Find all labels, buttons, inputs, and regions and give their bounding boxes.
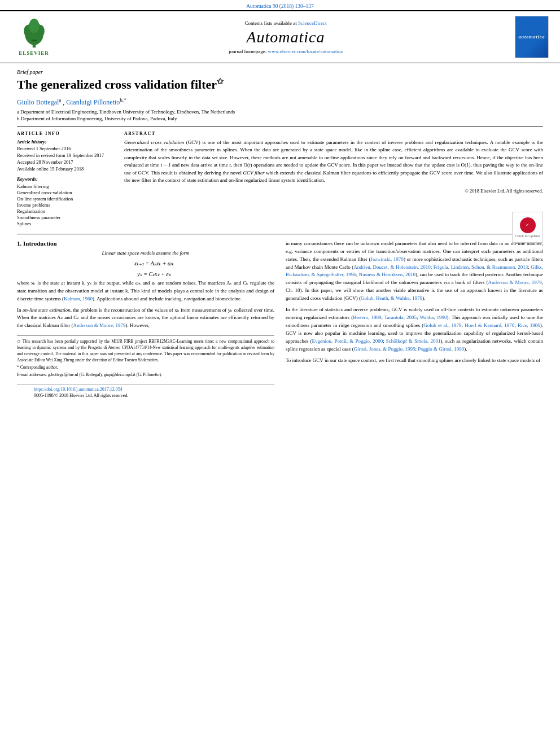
authors-line: Giulio Bottegala , Gianluigi Pillonettob… (17, 97, 543, 107)
assume-form-text: Linear state space models assume the for… (17, 250, 274, 256)
abstract-text: Generalized cross validation (GCV) is on… (124, 139, 543, 185)
received1: Received 1 September 2016 (17, 146, 113, 151)
left-column: 1. Introduction Linear state space model… (17, 240, 274, 400)
journal-reference: Automatica 90 (2018) 130–137 (0, 0, 560, 10)
journal-ref-text: Automatica 90 (2018) 130–137 (246, 3, 314, 9)
author1: Giulio Bottegal (17, 98, 59, 106)
homepage-url[interactable]: www.elsevier.com/locate/automatica (268, 49, 343, 54)
intro-para2: In on-line state estimation, the problem… (17, 307, 274, 330)
elsevier-tree-icon (19, 18, 50, 49)
keyword-6: Splines (17, 221, 113, 226)
journal-title: Automatica (56, 28, 515, 46)
received2: Received in revised form 19 September 20… (17, 152, 113, 158)
body-content: 1. Introduction Linear state space model… (17, 234, 543, 400)
keyword-5: Smoothness parameter (17, 215, 113, 220)
right-para2: In the literature of statistics and inve… (286, 306, 543, 353)
right-para1: in many circumstances there can be unkno… (286, 240, 543, 303)
keywords-label: Keywords: (17, 176, 113, 182)
doi-link[interactable]: https://doi.org/10.1016/j.automatica.201… (34, 387, 257, 392)
keyword-3: Inverse problems (17, 202, 113, 208)
check-circle-icon: ✓ (520, 217, 536, 233)
article-info-heading: ARTICLE INFO (17, 131, 113, 136)
journal-cover-image: automatica (515, 16, 549, 58)
keyword-1: Generalized cross-validation (17, 190, 113, 195)
elsevier-label: ELSEVIER (19, 50, 49, 56)
footnote-corresponding: * Corresponding author. (17, 365, 274, 371)
right-column: in many circumstances there can be unkno… (286, 240, 543, 400)
right-para3: To introduce GCV in our state space cont… (286, 357, 543, 365)
available-date: Available online 15 February 2018 (17, 166, 113, 172)
abstract-section: ABSTRACT Generalized cross validation (G… (124, 131, 543, 227)
equation-1: xₖ₊₁ = Aₖxₖ + ωₖ (34, 260, 274, 267)
footnote-star: ✩ This research has been partially suppo… (17, 339, 274, 364)
intro-para1: where xₖ is the state at instant k, yₖ i… (17, 279, 274, 303)
elsevier-logo: ELSEVIER (11, 18, 56, 56)
divider-thick (17, 126, 543, 126)
abstract-heading: ABSTRACT (124, 131, 543, 136)
main-content: Brief paper The generalized cross valida… (0, 63, 560, 400)
author2: Gianluigi Pillonetto (66, 98, 120, 106)
equation-2: yₖ = Cₖxₖ + eₖ (34, 271, 274, 277)
issn-line: 0005-1098/© 2018 Elsevier Ltd. All right… (34, 393, 257, 398)
history-label: Article history: (17, 139, 113, 145)
keyword-4: Regularization (17, 208, 113, 214)
copyright-text: © 2018 Elsevier Ltd. All rights reserved… (124, 188, 543, 194)
journal-homepage: journal homepage: www.elsevier.com/locat… (56, 49, 515, 54)
footnote-section: ✩ This research has been partially suppo… (17, 335, 274, 378)
affiliation-a: a Department of Electrical Engineering, … (17, 109, 543, 115)
check-for-updates-badge: ✓ Check for updates (512, 212, 543, 243)
article-info-section: ARTICLE INFO Article history: Received 1… (17, 131, 113, 227)
bottom-bar: https://doi.org/10.1016/j.automatica.201… (17, 384, 274, 400)
contents-line: Contents lists available at ScienceDirec… (56, 20, 515, 26)
journal-center: Contents lists available at ScienceDirec… (56, 20, 515, 54)
journal-header: ELSEVIER Contents lists available at Sci… (0, 10, 560, 63)
keyword-0: Kalman filtering (17, 184, 113, 189)
footnote-email: E-mail addresses: g.bottegal@tue.nl (G. … (17, 372, 274, 378)
svg-point-4 (29, 19, 39, 33)
article-info-abstract: ARTICLE INFO Article history: Received 1… (17, 131, 543, 227)
introduction-title: 1. Introduction (17, 240, 274, 247)
affiliation-b: b Department of Information Engineering,… (17, 116, 543, 121)
paper-title: The generalized cross validation filter✩ (17, 77, 543, 93)
accepted-date: Accepted 28 November 2017 (17, 159, 113, 165)
article-type: Brief paper (17, 69, 543, 75)
sciencedirect-link[interactable]: ScienceDirect (298, 20, 326, 26)
svg-rect-5 (31, 40, 36, 42)
keyword-2: On-line system identification (17, 196, 113, 202)
